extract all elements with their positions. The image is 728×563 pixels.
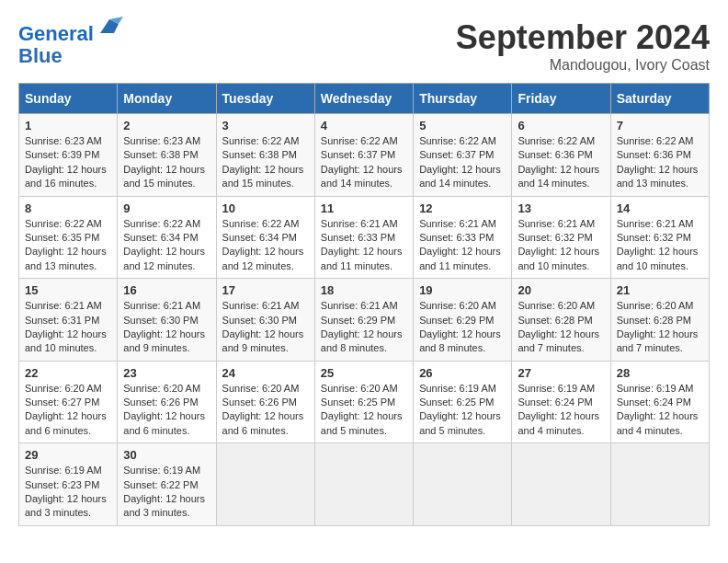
header-row: SundayMondayTuesdayWednesdayThursdayFrid… xyxy=(19,84,710,114)
logo-blue: Blue xyxy=(18,44,63,67)
day-number: 10 xyxy=(222,201,309,215)
title-section: September 2024 Mandougou, Ivory Coast xyxy=(456,18,710,74)
day-info: and 14 minutes. xyxy=(518,177,604,190)
day-info: Daylight: 12 hours xyxy=(518,327,604,341)
day-info: Sunset: 6:25 PM xyxy=(321,396,407,409)
day-info: Sunrise: 6:22 AM xyxy=(123,217,210,231)
calendar-cell xyxy=(512,443,610,526)
day-info: Sunset: 6:28 PM xyxy=(518,314,604,327)
day-info: Sunset: 6:24 PM xyxy=(617,396,703,409)
day-number: 5 xyxy=(419,119,506,132)
day-info: Sunset: 6:37 PM xyxy=(419,148,506,162)
day-info: Daylight: 12 hours xyxy=(25,492,111,506)
day-info: Daylight: 12 hours xyxy=(321,409,407,423)
calendar-cell: 17Sunrise: 6:21 AMSunset: 6:30 PMDayligh… xyxy=(216,279,314,362)
day-info: and 10 minutes. xyxy=(518,259,604,273)
day-number: 23 xyxy=(123,366,210,380)
day-info: Sunset: 6:37 PM xyxy=(321,148,407,162)
day-info: Sunrise: 6:22 AM xyxy=(518,134,604,148)
calendar-cell: 23Sunrise: 6:20 AMSunset: 6:26 PMDayligh… xyxy=(118,361,216,443)
day-info: and 7 minutes. xyxy=(518,341,604,355)
calendar-cell: 21Sunrise: 6:20 AMSunset: 6:28 PMDayligh… xyxy=(610,279,709,362)
day-number: 13 xyxy=(518,201,604,215)
day-header-sunday: Sunday xyxy=(19,84,118,114)
calendar-cell: 16Sunrise: 6:21 AMSunset: 6:30 PMDayligh… xyxy=(118,279,216,362)
calendar-cell: 19Sunrise: 6:20 AMSunset: 6:29 PMDayligh… xyxy=(414,279,512,362)
calendar-cell: 6Sunrise: 6:22 AMSunset: 6:36 PMDaylight… xyxy=(512,114,610,197)
day-number: 8 xyxy=(25,201,111,215)
page-header: General Blue September 2024 Mandougou, I… xyxy=(18,18,710,74)
day-info: Sunrise: 6:21 AM xyxy=(321,299,407,313)
calendar-cell: 20Sunrise: 6:20 AMSunset: 6:28 PMDayligh… xyxy=(512,279,610,362)
day-info: Sunrise: 6:22 AM xyxy=(419,134,506,148)
calendar-cell: 28Sunrise: 6:19 AMSunset: 6:24 PMDayligh… xyxy=(610,361,709,443)
day-info: Sunset: 6:32 PM xyxy=(518,231,604,245)
day-number: 2 xyxy=(123,119,210,132)
day-number: 3 xyxy=(222,119,309,132)
location-subtitle: Mandougou, Ivory Coast xyxy=(456,57,710,74)
calendar-week-3: 15Sunrise: 6:21 AMSunset: 6:31 PMDayligh… xyxy=(19,279,710,362)
day-info: and 13 minutes. xyxy=(617,177,703,190)
day-info: Daylight: 12 hours xyxy=(123,492,210,506)
day-info: Sunset: 6:31 PM xyxy=(25,314,111,327)
calendar-cell: 27Sunrise: 6:19 AMSunset: 6:24 PMDayligh… xyxy=(512,361,610,443)
day-number: 30 xyxy=(123,448,210,462)
calendar-cell: 9Sunrise: 6:22 AMSunset: 6:34 PMDaylight… xyxy=(118,196,216,279)
day-info: Sunrise: 6:20 AM xyxy=(518,299,604,313)
day-info: and 8 minutes. xyxy=(321,341,407,355)
day-info: Daylight: 12 hours xyxy=(321,245,407,259)
day-info: and 11 minutes. xyxy=(321,259,407,273)
day-number: 15 xyxy=(25,283,111,297)
day-info: Sunset: 6:33 PM xyxy=(321,231,407,245)
day-number: 7 xyxy=(617,119,703,132)
day-info: Sunrise: 6:21 AM xyxy=(419,217,506,231)
day-number: 25 xyxy=(321,366,407,380)
calendar-week-4: 22Sunrise: 6:20 AMSunset: 6:27 PMDayligh… xyxy=(19,361,710,443)
day-info: Daylight: 12 hours xyxy=(222,163,309,177)
logo-general: General xyxy=(18,22,94,45)
calendar-cell: 14Sunrise: 6:21 AMSunset: 6:32 PMDayligh… xyxy=(610,196,709,279)
day-info: and 10 minutes. xyxy=(617,259,703,273)
day-info: Sunset: 6:29 PM xyxy=(321,314,407,327)
day-info: Sunrise: 6:21 AM xyxy=(321,217,407,231)
day-number: 9 xyxy=(123,201,210,215)
day-info: and 4 minutes. xyxy=(518,424,604,438)
day-header-tuesday: Tuesday xyxy=(216,84,314,114)
calendar-cell: 13Sunrise: 6:21 AMSunset: 6:32 PMDayligh… xyxy=(512,196,610,279)
calendar-cell: 30Sunrise: 6:19 AMSunset: 6:22 PMDayligh… xyxy=(118,443,216,526)
day-info: Sunset: 6:39 PM xyxy=(25,148,111,162)
day-info: and 11 minutes. xyxy=(419,259,506,273)
day-number: 21 xyxy=(617,283,703,297)
day-info: Daylight: 12 hours xyxy=(419,163,506,177)
day-info: and 5 minutes. xyxy=(419,424,506,438)
day-info: Sunset: 6:30 PM xyxy=(123,314,210,327)
day-info: Sunset: 6:24 PM xyxy=(518,396,604,409)
day-header-saturday: Saturday xyxy=(610,84,709,114)
calendar-cell: 25Sunrise: 6:20 AMSunset: 6:25 PMDayligh… xyxy=(314,361,413,443)
day-number: 20 xyxy=(518,283,604,297)
day-info: Sunrise: 6:22 AM xyxy=(321,134,407,148)
day-info: Sunrise: 6:21 AM xyxy=(518,217,604,231)
day-info: Sunset: 6:26 PM xyxy=(123,396,210,409)
day-info: and 3 minutes. xyxy=(123,506,210,520)
day-info: Daylight: 12 hours xyxy=(419,327,506,341)
day-info: Daylight: 12 hours xyxy=(617,163,703,177)
day-info: Sunrise: 6:23 AM xyxy=(123,134,210,148)
day-info: Sunrise: 6:19 AM xyxy=(617,382,703,396)
calendar-cell xyxy=(414,443,512,526)
day-number: 1 xyxy=(25,119,111,132)
day-info: Sunrise: 6:19 AM xyxy=(25,464,111,477)
day-info: and 6 minutes. xyxy=(25,424,111,438)
day-info: Sunrise: 6:20 AM xyxy=(222,382,309,396)
day-info: and 4 minutes. xyxy=(617,424,703,438)
day-number: 24 xyxy=(222,366,309,380)
calendar-cell: 15Sunrise: 6:21 AMSunset: 6:31 PMDayligh… xyxy=(19,279,118,362)
calendar-cell: 8Sunrise: 6:22 AMSunset: 6:35 PMDaylight… xyxy=(19,196,118,279)
day-info: Sunset: 6:38 PM xyxy=(222,148,309,162)
day-info: Sunrise: 6:20 AM xyxy=(321,382,407,396)
day-info: and 6 minutes. xyxy=(123,424,210,438)
calendar-cell xyxy=(314,443,413,526)
day-info: Sunrise: 6:22 AM xyxy=(25,217,111,231)
day-header-thursday: Thursday xyxy=(414,84,512,114)
calendar-cell: 4Sunrise: 6:22 AMSunset: 6:37 PMDaylight… xyxy=(314,114,413,197)
